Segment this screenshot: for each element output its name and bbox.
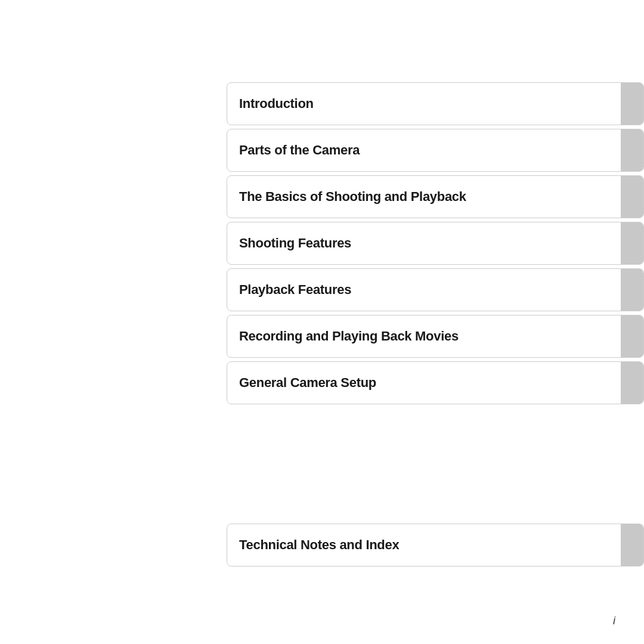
toc-item-label: The Basics of Shooting and Playback bbox=[227, 176, 621, 218]
toc-item[interactable]: General Camera Setup bbox=[227, 361, 644, 404]
toc-item[interactable]: The Basics of Shooting and Playback bbox=[227, 175, 644, 218]
toc-item-tab bbox=[621, 269, 643, 311]
toc-item-tab bbox=[621, 129, 643, 171]
toc-item-tab bbox=[621, 524, 643, 566]
page-number: i bbox=[613, 615, 615, 627]
toc-bottom-group: Technical Notes and Index bbox=[227, 524, 644, 569]
toc-item[interactable]: Shooting Features bbox=[227, 222, 644, 265]
toc-item-label: Shooting Features bbox=[227, 222, 621, 264]
toc-item[interactable]: Introduction bbox=[227, 82, 644, 125]
toc-item-label: General Camera Setup bbox=[227, 362, 621, 404]
toc-item[interactable]: Playback Features bbox=[227, 268, 644, 311]
toc-top-group: IntroductionParts of the CameraThe Basic… bbox=[227, 82, 644, 408]
toc-item-label: Parts of the Camera bbox=[227, 129, 621, 171]
toc-item-tab bbox=[621, 83, 643, 125]
toc-item-tab bbox=[621, 315, 643, 357]
toc-item[interactable]: Parts of the Camera bbox=[227, 129, 644, 172]
toc-item[interactable]: Recording and Playing Back Movies bbox=[227, 315, 644, 358]
toc-item-tab bbox=[621, 222, 643, 264]
toc-item-label: Playback Features bbox=[227, 269, 621, 311]
toc-item-tab bbox=[621, 362, 643, 404]
toc-item-tab bbox=[621, 176, 643, 218]
toc-item-label: Introduction bbox=[227, 83, 621, 125]
toc-item[interactable]: Technical Notes and Index bbox=[227, 524, 644, 566]
page: IntroductionParts of the CameraThe Basic… bbox=[0, 0, 644, 644]
toc-item-label: Recording and Playing Back Movies bbox=[227, 315, 621, 357]
toc-item-label: Technical Notes and Index bbox=[227, 524, 621, 566]
